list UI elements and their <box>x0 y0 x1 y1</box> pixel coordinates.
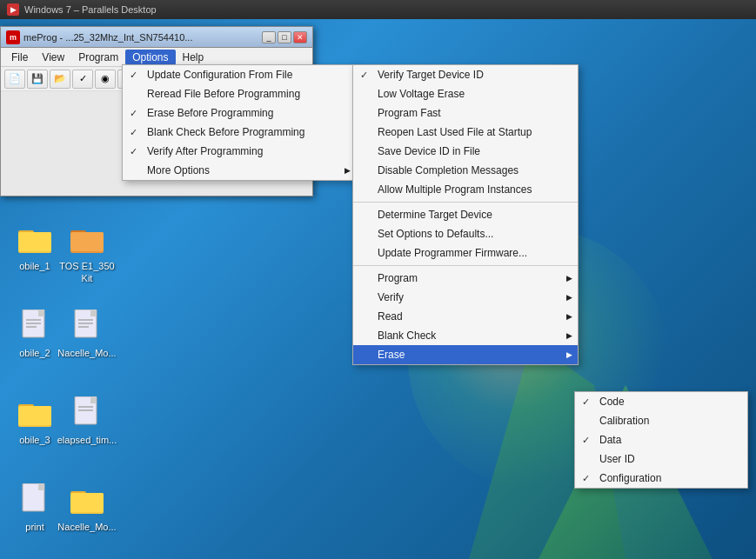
label-allow-multiple: Allow Multiple Program Instances <box>378 183 532 196</box>
label-blank-check-sub: Blank Check <box>378 329 436 342</box>
label-update-firmware: Update Programmer Firmware... <box>378 247 527 259</box>
menu-item-save-device-id[interactable]: Save Device ID in File <box>353 142 578 161</box>
label-low-voltage: Low Voltage Erase <box>378 88 465 100</box>
menu-view[interactable]: View <box>35 50 71 65</box>
app-title: meProg - ...25_32Mhz_Int_SN754410... <box>23 32 262 43</box>
check-verify-after: ✓ <box>130 146 137 157</box>
label-erase-sub: Erase <box>378 349 405 361</box>
options-dropdown-menu: ✓ Update Configuration From File Reread … <box>122 64 357 181</box>
folder-icon-tos <box>70 222 104 256</box>
label-blank-check: Blank Check Before Programming <box>147 126 304 138</box>
menu-item-verify-after[interactable]: ✓ Verify After Programming <box>123 142 356 161</box>
label-verify-after: Verify After Programming <box>147 145 263 157</box>
icon-label-print: print <box>25 521 43 533</box>
label-save-device-id: Save Device ID in File <box>378 145 480 157</box>
check-verify-target: ✓ <box>360 70 368 81</box>
app-titlebar: m meProg - ...25_32Mhz_Int_SN754410... _… <box>1 27 312 48</box>
menu-item-erase-sub[interactable]: Erase <box>353 345 578 364</box>
folder-icon-mobile1 <box>17 222 52 256</box>
icon-label-mobile1: obile_1 <box>19 260 50 272</box>
svg-rect-23 <box>18 406 51 425</box>
menu-item-erase-before[interactable]: ✓ Erase Before Programming <box>123 103 356 123</box>
erase-submenu: ✓ Code Calibration ✓ Data User ID ✓ Conf… <box>574 391 748 489</box>
icon-label-tos: TOS E1_350 Kit <box>57 260 117 285</box>
label-verify-target: Verify Target Device ID <box>378 69 484 81</box>
desktop-icon-elapsed[interactable]: elapsed_tim... <box>57 396 117 446</box>
menu-item-more-options[interactable]: More Options <box>123 161 356 180</box>
menu-item-blank-check[interactable]: ✓ Blank Check Before Programming <box>123 123 356 142</box>
desktop-icon-tos[interactable]: TOS E1_350 Kit <box>57 222 117 285</box>
label-more-options: More Options <box>147 164 210 176</box>
submenu-item-userid[interactable]: User ID <box>575 449 747 469</box>
icon-label-elapsed: elapsed_tim... <box>57 434 117 446</box>
menu-item-set-defaults[interactable]: Set Options to Defaults... <box>353 224 578 243</box>
submenu-item-configuration[interactable]: ✓ Configuration <box>575 469 747 488</box>
label-update-config: Update Configuration From File <box>147 69 292 81</box>
label-program-sub: Program <box>378 272 418 284</box>
menu-program[interactable]: Program <box>71 50 125 65</box>
menu-help[interactable]: Help <box>176 50 211 65</box>
icon-label-nacelle2: Nacelle_Mo... <box>57 521 116 533</box>
check-blank-check: ✓ <box>130 127 137 138</box>
menu-item-update-config[interactable]: ✓ Update Configuration From File <box>123 65 356 84</box>
check-update-config: ✓ <box>130 70 137 81</box>
toolbar-open[interactable]: 📂 <box>50 70 70 89</box>
label-program-fast: Program Fast <box>378 107 441 119</box>
svg-marker-11 <box>38 309 44 316</box>
label-reread: Reread File Before Programming <box>147 88 300 100</box>
label-userid: User ID <box>599 453 635 465</box>
menu-item-verify-sub[interactable]: Verify <box>353 288 578 307</box>
maximize-button[interactable]: □ <box>278 31 291 43</box>
separator-2 <box>353 265 578 266</box>
label-disable-completion: Disable Completion Messages <box>378 164 518 176</box>
menu-file[interactable]: File <box>4 50 35 65</box>
menu-item-blank-check-sub[interactable]: Blank Check <box>353 326 578 345</box>
more-options-submenu: ✓ Verify Target Device ID Low Voltage Er… <box>352 64 579 365</box>
folder-icon-nacelle2 <box>70 482 104 517</box>
label-determine-target: Determine Target Device <box>378 209 492 221</box>
label-data: Data <box>599 434 621 446</box>
svg-marker-26 <box>90 396 97 403</box>
desktop-icon-nacelle1[interactable]: Nacelle_Mo... <box>57 309 117 359</box>
minimize-button[interactable]: _ <box>262 31 276 43</box>
doc-icon-print <box>17 482 52 517</box>
check-code: ✓ <box>582 396 590 408</box>
submenu-item-code[interactable]: ✓ Code <box>575 392 747 411</box>
parallels-icon: ▶ <box>7 3 19 16</box>
label-erase-before: Erase Before Programming <box>147 107 273 119</box>
toolbar-verify[interactable]: ◉ <box>95 70 116 89</box>
menu-item-program-fast[interactable]: Program Fast <box>353 103 578 123</box>
label-calibration: Calibration <box>599 415 649 427</box>
submenu-item-calibration[interactable]: Calibration <box>575 411 747 430</box>
parallels-titlebar: ▶ Windows 7 – Parallels Desktop <box>0 0 756 19</box>
close-button[interactable]: ✕ <box>293 31 307 43</box>
parallels-title: Windows 7 – Parallels Desktop <box>24 4 157 15</box>
svg-marker-17 <box>90 309 97 316</box>
separator-1 <box>353 202 578 203</box>
window-controls: _ □ ✕ <box>262 31 307 43</box>
svg-rect-8 <box>70 232 104 251</box>
svg-marker-31 <box>38 483 44 490</box>
toolbar-program[interactable]: ✓ <box>72 70 93 89</box>
svg-rect-5 <box>18 232 51 251</box>
icon-label-mobile2: obile_2 <box>19 347 50 359</box>
menu-item-reread[interactable]: Reread File Before Programming <box>123 84 356 103</box>
menu-options[interactable]: Options <box>125 50 175 65</box>
menu-item-read-sub[interactable]: Read <box>353 307 578 326</box>
icon-label-nacelle1: Nacelle_Mo... <box>57 347 116 359</box>
folder-icon-mobile3 <box>17 396 52 430</box>
submenu-item-data[interactable]: ✓ Data <box>575 430 747 449</box>
menu-item-update-firmware[interactable]: Update Programmer Firmware... <box>353 243 578 263</box>
desktop: ▶ Windows 7 – Parallels Desktop Windows … <box>0 0 756 559</box>
menu-item-allow-multiple[interactable]: Allow Multiple Program Instances <box>353 180 578 199</box>
toolbar-save[interactable]: 💾 <box>27 70 48 89</box>
menu-item-determine-target[interactable]: Determine Target Device <box>353 205 578 224</box>
check-data: ✓ <box>582 435 590 446</box>
menu-item-program-sub[interactable]: Program <box>353 269 578 288</box>
desktop-icon-nacelle2[interactable]: Nacelle_Mo... <box>57 482 117 533</box>
menu-item-disable-completion[interactable]: Disable Completion Messages <box>353 161 578 180</box>
menu-item-verify-target[interactable]: ✓ Verify Target Device ID <box>353 65 578 84</box>
menu-item-low-voltage[interactable]: Low Voltage Erase <box>353 84 578 103</box>
toolbar-new[interactable]: 📄 <box>4 70 25 89</box>
menu-item-reopen-last[interactable]: Reopen Last Used File at Startup <box>353 123 578 142</box>
